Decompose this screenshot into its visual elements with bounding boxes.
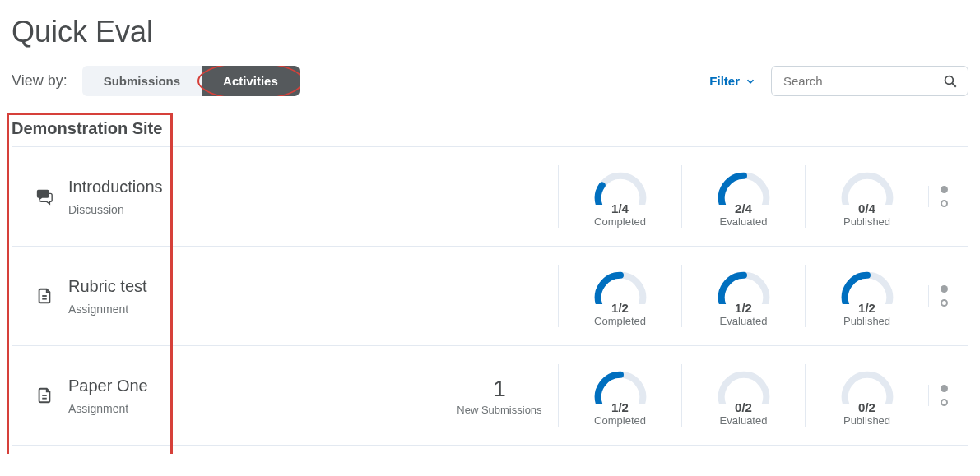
gauge-label: Completed xyxy=(570,414,670,427)
gauge-evaluated: 2/4 Evaluated xyxy=(681,165,805,228)
chevron-down-icon xyxy=(745,76,756,87)
new-submissions-count: 1 xyxy=(441,376,558,402)
gauge-completed: 1/4 Completed xyxy=(558,165,681,228)
dot-icon xyxy=(941,285,948,293)
search-icon[interactable] xyxy=(943,74,958,89)
gauge-published: 0/4 Published xyxy=(805,165,928,228)
new-submissions-label: New Submissions xyxy=(441,404,558,416)
gauge-published: 1/2 Published xyxy=(805,265,928,327)
activity-type: Assignment xyxy=(68,303,147,316)
gauge-evaluated: 0/2 Evaluated xyxy=(681,364,805,427)
gauge-value: 0/2 xyxy=(694,400,793,414)
dot-icon xyxy=(941,299,948,307)
filter-label: Filter xyxy=(709,74,740,88)
more-actions[interactable] xyxy=(928,285,959,307)
gauge-completed: 1/2 Completed xyxy=(558,265,681,327)
gauge-label: Completed xyxy=(570,315,670,327)
tab-submissions[interactable]: Submissions xyxy=(82,66,202,96)
more-actions[interactable] xyxy=(928,186,959,207)
assignment-icon xyxy=(35,287,53,305)
gauge-completed: 1/2 Completed xyxy=(558,364,681,427)
activity-title: Paper One xyxy=(68,377,148,395)
gauge-value: 1/2 xyxy=(817,301,917,315)
activity-row[interactable]: Paper One Assignment 1 New Submissions 1… xyxy=(12,346,968,446)
section-title: Demonstration Site xyxy=(12,119,968,138)
page-title: Quick Eval xyxy=(12,15,968,49)
assignment-icon xyxy=(35,386,53,404)
gauge-evaluated: 1/2 Evaluated xyxy=(681,265,805,327)
gauge-label: Evaluated xyxy=(694,215,793,228)
gauge-value: 1/4 xyxy=(570,201,670,215)
discussion-icon xyxy=(35,187,53,206)
gauge-value: 0/2 xyxy=(817,400,917,414)
gauge-value: 1/2 xyxy=(694,301,793,315)
dot-icon xyxy=(941,385,948,392)
dot-icon xyxy=(941,186,948,193)
gauge-value: 1/2 xyxy=(570,400,670,414)
activity-list: Introductions Discussion 1/4 Completed 2… xyxy=(12,146,968,446)
svg-line-1 xyxy=(952,83,956,87)
gauge-value: 1/2 xyxy=(570,301,670,315)
activity-title: Introductions xyxy=(68,178,163,196)
search-box[interactable] xyxy=(771,66,968,96)
filter-button[interactable]: Filter xyxy=(709,74,756,88)
view-by-label: View by: xyxy=(12,72,67,90)
search-input[interactable] xyxy=(782,73,930,89)
gauge-value: 2/4 xyxy=(694,201,793,215)
more-actions[interactable] xyxy=(928,385,959,406)
activity-row[interactable]: Introductions Discussion 1/4 Completed 2… xyxy=(12,147,968,247)
dot-icon xyxy=(941,200,948,207)
dot-icon xyxy=(941,399,948,406)
new-submissions: 1 New Submissions xyxy=(441,376,558,416)
gauge-label: Completed xyxy=(570,215,670,228)
activity-type: Assignment xyxy=(68,402,148,415)
view-tabs: Submissions Activities xyxy=(82,66,300,96)
gauge-value: 0/4 xyxy=(817,201,917,215)
activity-row[interactable]: Rubric test Assignment 1/2 Completed 1/2… xyxy=(12,247,968,346)
gauge-label: Published xyxy=(817,315,917,327)
gauge-label: Published xyxy=(817,414,917,427)
tab-activities[interactable]: Activities xyxy=(202,66,300,96)
activity-type: Discussion xyxy=(68,203,163,216)
gauge-label: Evaluated xyxy=(694,315,793,327)
activity-title: Rubric test xyxy=(68,277,147,296)
gauge-label: Published xyxy=(817,215,917,228)
svg-point-0 xyxy=(945,76,954,84)
gauge-label: Evaluated xyxy=(694,414,793,427)
gauge-published: 0/2 Published xyxy=(805,364,928,427)
